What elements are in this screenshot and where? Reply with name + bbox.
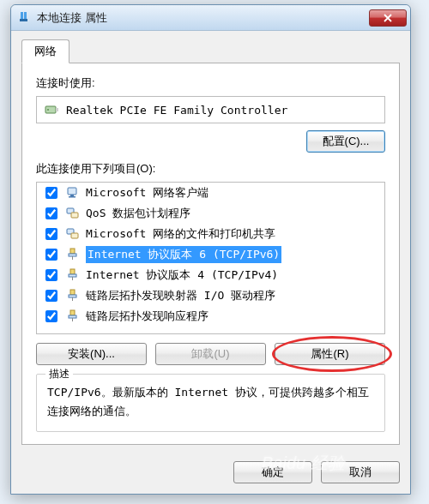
list-item[interactable]: Microsoft 网络的文件和打印机共享	[37, 224, 384, 244]
svg-rect-12	[71, 233, 78, 238]
tab-strip: 网络	[21, 39, 400, 63]
uninstall-button[interactable]: 卸载(U)	[155, 343, 266, 365]
item-label: Microsoft 网络客户端	[86, 185, 208, 201]
adapter-name: Realtek PCIe FE Family Controller	[66, 104, 287, 117]
service-icon	[65, 206, 81, 221]
description-text: TCP/IPv6。最新版本的 Internet 协议，可提供跨越多个相互连接网络…	[47, 383, 374, 421]
svg-rect-16	[70, 269, 75, 274]
description-group: 描述 TCP/IPv6。最新版本的 Internet 协议，可提供跨越多个相互连…	[36, 374, 385, 432]
properties-button[interactable]: 属性(R)	[275, 343, 385, 365]
list-item[interactable]: 链路层拓扑发现响应程序	[37, 306, 384, 327]
nic-icon	[44, 102, 59, 117]
item-checkbox[interactable]	[45, 187, 57, 199]
item-checkbox[interactable]	[45, 310, 57, 322]
item-checkbox[interactable]	[45, 228, 57, 240]
adapter-label: 连接时使用:	[36, 75, 385, 91]
svg-rect-10	[71, 213, 78, 218]
close-button[interactable]	[369, 9, 407, 27]
window-title: 本地连接 属性	[37, 10, 369, 26]
cancel-button[interactable]: 取消	[321, 461, 400, 483]
svg-rect-0	[21, 12, 23, 19]
item-label: Internet 协议版本 4 (TCP/IPv4)	[86, 267, 278, 283]
protocol-icon	[65, 288, 81, 303]
item-label: Internet 协议版本 6 (TCP/IPv6)	[86, 246, 281, 263]
item-checkbox[interactable]	[45, 269, 57, 281]
item-checkbox[interactable]	[45, 249, 57, 261]
item-buttons-row: 安装(N)... 卸载(U) 属性(R)	[36, 343, 385, 365]
tab-network[interactable]: 网络	[21, 39, 69, 63]
list-item[interactable]: Internet 协议版本 4 (TCP/IPv4)	[37, 265, 384, 285]
dialog-buttons: 确定 取消 Baidu 经验	[21, 449, 400, 483]
list-item[interactable]: Microsoft 网络客户端	[37, 183, 384, 203]
dialog-body: 网络 连接时使用: Realtek PCIe FE Family Control…	[11, 31, 410, 494]
item-checkbox[interactable]	[45, 207, 57, 219]
item-label: 链路层拓扑发现响应程序	[86, 309, 208, 324]
titlebar[interactable]: 本地连接 属性	[11, 5, 410, 31]
close-icon	[384, 14, 392, 22]
svg-rect-22	[70, 310, 75, 315]
svg-rect-23	[69, 315, 76, 318]
item-label: QoS 数据包计划程序	[86, 206, 190, 221]
items-label: 此连接使用下列项目(O):	[36, 161, 385, 177]
svg-rect-4	[56, 108, 58, 111]
svg-point-5	[47, 109, 49, 111]
item-checkbox[interactable]	[45, 290, 57, 302]
ok-button[interactable]: 确定	[233, 461, 312, 483]
svg-rect-19	[70, 290, 75, 295]
adapter-box: Realtek PCIe FE Family Controller	[36, 96, 385, 123]
svg-rect-17	[69, 274, 76, 277]
svg-rect-6	[68, 188, 76, 195]
properties-dialog: 本地连接 属性 网络 连接时使用: Realtek PCIe FE Family…	[10, 4, 411, 495]
svg-rect-3	[45, 106, 56, 113]
client-icon	[65, 185, 81, 201]
list-item[interactable]: 链路层拓扑发现映射器 I/O 驱动程序	[37, 285, 384, 306]
svg-rect-8	[69, 196, 76, 198]
list-item[interactable]: Internet 协议版本 6 (TCP/IPv6)	[37, 244, 384, 265]
protocol-icon	[65, 247, 81, 262]
svg-rect-1	[24, 12, 27, 19]
description-title: 描述	[45, 367, 73, 381]
configure-button[interactable]: 配置(C)...	[306, 130, 385, 153]
protocol-icon	[65, 267, 81, 283]
svg-rect-13	[70, 249, 75, 254]
network-items-list[interactable]: Microsoft 网络客户端QoS 数据包计划程序Microsoft 网络的文…	[36, 182, 385, 334]
list-item[interactable]: QoS 数据包计划程序	[37, 203, 384, 224]
tab-panel-network: 连接时使用: Realtek PCIe FE Family Controller…	[21, 63, 400, 445]
item-label: 链路层拓扑发现映射器 I/O 驱动程序	[86, 288, 275, 303]
svg-rect-2	[20, 19, 27, 21]
install-button[interactable]: 安装(N)...	[36, 343, 147, 365]
svg-rect-20	[69, 295, 76, 297]
app-icon	[18, 11, 32, 25]
item-label: Microsoft 网络的文件和打印机共享	[86, 226, 275, 242]
svg-rect-14	[69, 254, 76, 256]
protocol-icon	[65, 309, 81, 324]
service-icon	[65, 226, 81, 242]
svg-rect-7	[70, 195, 74, 196]
